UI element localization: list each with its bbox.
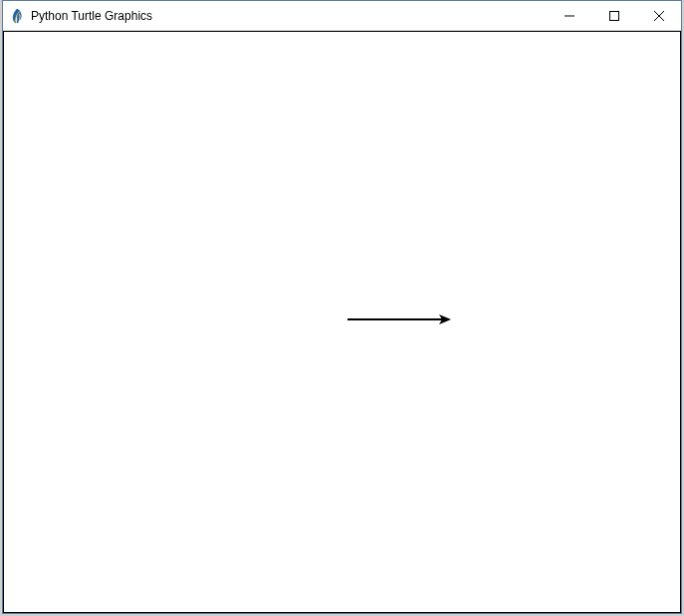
svg-rect-1 — [609, 11, 618, 20]
app-window: Python Turtle Graphics — [2, 0, 682, 614]
window-controls — [547, 1, 681, 30]
tk-feather-icon — [9, 8, 25, 24]
drawn-line — [347, 318, 447, 320]
turtle-canvas — [3, 31, 681, 613]
titlebar[interactable]: Python Turtle Graphics — [3, 1, 681, 31]
turtle-cursor-icon — [437, 309, 457, 333]
maximize-button[interactable] — [591, 1, 636, 30]
close-button[interactable] — [636, 1, 681, 30]
minimize-button[interactable] — [547, 1, 591, 30]
canvas-content — [4, 32, 680, 612]
window-title: Python Turtle Graphics — [31, 9, 547, 23]
svg-marker-4 — [439, 314, 451, 324]
